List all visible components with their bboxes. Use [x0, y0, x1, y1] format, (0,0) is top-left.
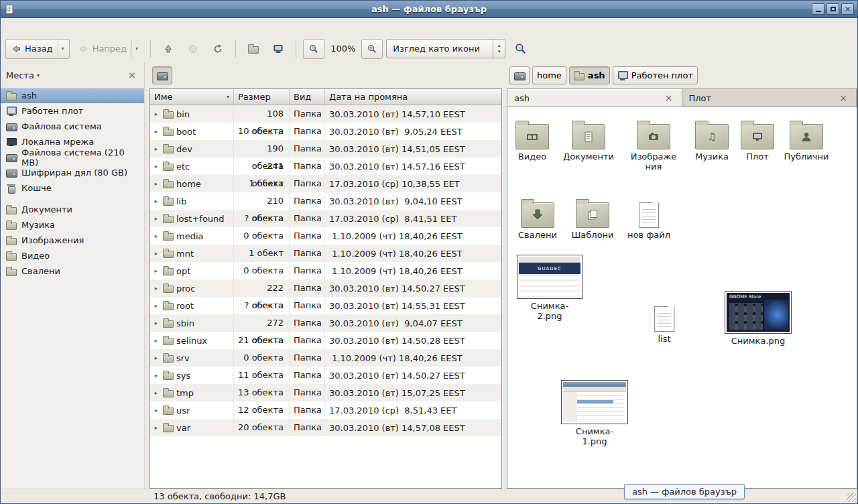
file-row[interactable]: ▸ mnt 1 обект Папка 1.10.2009 (чт) 18,40…: [150, 245, 501, 262]
column-header-type[interactable]: Вид: [290, 89, 325, 105]
expander-icon[interactable]: ▸: [152, 180, 160, 187]
file-row[interactable]: ▸ root ? обекта Папка 30.03.2010 (вт) 14…: [150, 297, 501, 314]
menu-item[interactable]: [16, 25, 29, 29]
column-header-name[interactable]: Име ▾: [150, 89, 234, 105]
menu-item[interactable]: [56, 25, 70, 29]
sidebar-item[interactable]: Изображения: [1, 233, 144, 248]
forward-history-dropdown-icon[interactable]: ▾: [131, 40, 138, 58]
computer-button[interactable]: [267, 39, 289, 59]
sidebar-item[interactable]: Кошче: [1, 180, 144, 196]
file-row[interactable]: ▸ var 20 обекта Папка 30.03.2010 (вт) 14…: [150, 419, 501, 436]
menu-item[interactable]: [43, 25, 56, 29]
sidebar-close-button[interactable]: ×: [125, 69, 139, 81]
file-row[interactable]: ▸ lost+found ? обекта Папка 17.03.2010 (…: [150, 210, 501, 227]
column-header-modified[interactable]: Дата на промяна: [325, 89, 501, 105]
sidebar-item[interactable]: Свалени: [1, 263, 144, 279]
icon-item-list[interactable]: list: [635, 301, 693, 344]
home-folder-button[interactable]: [243, 39, 264, 59]
pathbar-current-button[interactable]: ash: [569, 66, 610, 84]
expander-icon[interactable]: ▸: [152, 111, 160, 117]
file-row[interactable]: ▸ proc 222 обекта Папка 30.03.2010 (вт) …: [150, 279, 501, 297]
reload-button[interactable]: [207, 39, 229, 59]
zoom-out-button[interactable]: [303, 39, 324, 59]
icon-item-downloads[interactable]: Свалени: [509, 197, 566, 241]
expander-icon[interactable]: ▸: [152, 389, 160, 396]
sidebar-mode-dropdown-icon[interactable]: ▾: [37, 72, 40, 78]
expander-icon[interactable]: ▸: [152, 285, 160, 292]
resize-grip[interactable]: [847, 493, 856, 502]
file-row[interactable]: ▸ sys 11 обекта Папка 30.03.2010 (вт) 14…: [150, 367, 501, 384]
file-row[interactable]: ▸ tmp 13 обекта Папка 30.03.2010 (вт) 15…: [150, 384, 501, 401]
icon-item-snimka2[interactable]: GUADEC Снимка-2.png: [521, 255, 578, 322]
file-row[interactable]: ▸ dev 190 обекта Папка 30.03.2010 (вт) 1…: [150, 140, 501, 158]
file-row[interactable]: ▸ sbin 272 обекта Папка 30.03.2010 (вт) …: [150, 314, 501, 332]
file-row[interactable]: ▸ lib 210 обекта Папка 30.03.2010 (вт) 9…: [150, 192, 501, 210]
back-button[interactable]: Назад ▾: [5, 39, 70, 59]
menu-item[interactable]: [3, 25, 16, 29]
expander-icon[interactable]: ▸: [152, 145, 160, 152]
pane-splitter[interactable]: [145, 62, 149, 489]
menu-item[interactable]: [70, 25, 83, 29]
tab-ash[interactable]: ash ×: [507, 89, 682, 107]
sidebar-item[interactable]: Музика: [1, 217, 144, 233]
tab-close-icon[interactable]: ×: [837, 93, 849, 103]
expander-icon[interactable]: ▸: [152, 250, 160, 257]
file-row[interactable]: ▸ usr 12 обекта Папка 17.03.2010 (ср) 8,…: [150, 401, 501, 419]
sidebar-item[interactable]: Шифриран дял (80 GB): [1, 165, 144, 180]
forward-button[interactable]: Напред ▾: [73, 39, 144, 59]
zoom-in-button[interactable]: [361, 39, 383, 59]
maximize-button[interactable]: [826, 3, 839, 15]
expander-icon[interactable]: ▸: [152, 267, 160, 274]
icon-item-video[interactable]: Видео: [507, 119, 561, 162]
sidebar-item[interactable]: Видео: [1, 248, 144, 263]
file-row[interactable]: ▸ opt 0 обекта Папка 1.10.2009 (чт) 18,4…: [150, 262, 501, 279]
search-button[interactable]: [509, 39, 532, 59]
pane-splitter[interactable]: [502, 62, 507, 489]
sidebar-item[interactable]: Работен плот: [1, 103, 144, 119]
pathbar-desktop-button[interactable]: Работен плот: [613, 66, 698, 84]
file-row[interactable]: ▸ etc 241 обекта Папка 30.03.2010 (вт) 1…: [150, 158, 501, 175]
expander-icon[interactable]: ▸: [152, 163, 160, 170]
minimize-button[interactable]: [812, 3, 824, 15]
icon-view[interactable]: Видео Документи Изображения ♫: [507, 107, 857, 489]
back-history-dropdown-icon[interactable]: ▾: [58, 40, 64, 58]
sidebar-item[interactable]: Файлова система (210 MB): [1, 149, 144, 165]
icon-item-public[interactable]: Публични: [778, 119, 835, 162]
pathbar-home-button[interactable]: home: [532, 66, 566, 84]
menu-item[interactable]: [29, 25, 43, 29]
expander-icon[interactable]: ▸: [152, 372, 160, 379]
expander-icon[interactable]: ▸: [152, 198, 160, 204]
icon-item-snimka[interactable]: GNOME Store Снимка.png: [729, 291, 787, 346]
icon-item-new-file[interactable]: нов файл: [620, 197, 678, 241]
file-row[interactable]: ▸ selinux 21 обекта Папка 30.03.2010 (вт…: [150, 332, 501, 349]
icon-item-documents[interactable]: Документи: [560, 119, 617, 162]
expander-icon[interactable]: ▸: [152, 355, 160, 361]
titlebar[interactable]: ash — файлов браузър ×: [1, 1, 857, 18]
file-row[interactable]: ▸ boot 10 обекта Папка 30.03.2010 (вт) 9…: [150, 123, 501, 140]
tab-close-icon[interactable]: ×: [663, 93, 675, 103]
filesystem-root-button[interactable]: [509, 66, 530, 84]
file-row[interactable]: ▸ bin 108 обекта Папка 30.03.2010 (вт) 1…: [150, 105, 501, 123]
stop-button[interactable]: [182, 39, 204, 59]
file-row[interactable]: ▸ media 0 обекта Папка 1.10.2009 (чт) 18…: [150, 227, 501, 245]
expander-icon[interactable]: ▸: [152, 233, 160, 239]
icon-item-pictures[interactable]: Изображения: [625, 119, 682, 172]
column-header-size[interactable]: Размер: [234, 89, 290, 105]
expander-icon[interactable]: ▸: [152, 424, 160, 431]
close-button[interactable]: ×: [841, 3, 854, 15]
sidebar-item[interactable]: ash: [1, 88, 144, 103]
expander-icon[interactable]: ▸: [152, 337, 160, 344]
icon-item-snimka1[interactable]: Снимка-1.png: [566, 380, 623, 447]
expander-icon[interactable]: ▸: [152, 128, 160, 135]
tab-desktop[interactable]: Плот ×: [682, 89, 857, 107]
view-mode-dropdown[interactable]: Изглед като икони ▴▾: [386, 39, 505, 58]
icon-item-templates[interactable]: Шаблони: [564, 197, 621, 241]
expander-icon[interactable]: ▸: [152, 407, 160, 414]
expander-icon[interactable]: ▸: [152, 302, 160, 309]
file-row[interactable]: ▸ home 1 обект Папка 17.03.2010 (ср) 10,…: [150, 175, 501, 192]
up-button[interactable]: [158, 39, 179, 59]
expander-icon[interactable]: ▸: [152, 320, 160, 326]
sidebar-item[interactable]: Файлова система: [1, 119, 144, 134]
file-row[interactable]: ▸ srv 0 обекта Папка 1.10.2009 (чт) 18,4…: [150, 349, 501, 367]
expander-icon[interactable]: ▸: [152, 215, 160, 222]
